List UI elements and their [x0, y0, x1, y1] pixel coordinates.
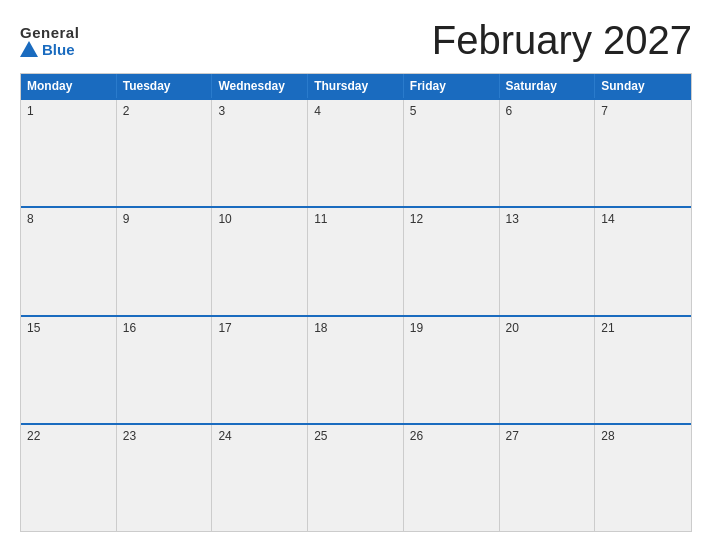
logo-blue-row: Blue: [20, 41, 75, 58]
day-20: 20: [500, 317, 596, 423]
week-4: 22 23 24 25 26 27 28: [21, 423, 691, 531]
day-9: 9: [117, 208, 213, 314]
day-4: 4: [308, 100, 404, 206]
day-3: 3: [212, 100, 308, 206]
logo-blue-text: Blue: [42, 41, 75, 58]
day-10: 10: [212, 208, 308, 314]
day-22: 22: [21, 425, 117, 531]
week-1: 1 2 3 4 5 6 7: [21, 98, 691, 206]
day-1: 1: [21, 100, 117, 206]
calendar-header: Monday Tuesday Wednesday Thursday Friday…: [21, 74, 691, 98]
day-23: 23: [117, 425, 213, 531]
day-26: 26: [404, 425, 500, 531]
logo: General Blue: [20, 24, 79, 58]
weekday-sunday: Sunday: [595, 74, 691, 98]
weekday-wednesday: Wednesday: [212, 74, 308, 98]
day-5: 5: [404, 100, 500, 206]
calendar-page: General Blue February 2027 Monday Tuesda…: [0, 0, 712, 550]
weekday-thursday: Thursday: [308, 74, 404, 98]
week-2: 8 9 10 11 12 13 14: [21, 206, 691, 314]
logo-general-text: General: [20, 24, 79, 41]
logo-triangle-icon: [20, 41, 38, 57]
day-21: 21: [595, 317, 691, 423]
day-17: 17: [212, 317, 308, 423]
day-2: 2: [117, 100, 213, 206]
day-27: 27: [500, 425, 596, 531]
day-8: 8: [21, 208, 117, 314]
weekday-saturday: Saturday: [500, 74, 596, 98]
day-7: 7: [595, 100, 691, 206]
weekday-friday: Friday: [404, 74, 500, 98]
calendar-body: 1 2 3 4 5 6 7 8 9 10 11 12 13 14 15 16: [21, 98, 691, 531]
day-24: 24: [212, 425, 308, 531]
day-14: 14: [595, 208, 691, 314]
day-28: 28: [595, 425, 691, 531]
weekday-monday: Monday: [21, 74, 117, 98]
day-19: 19: [404, 317, 500, 423]
day-12: 12: [404, 208, 500, 314]
week-3: 15 16 17 18 19 20 21: [21, 315, 691, 423]
day-15: 15: [21, 317, 117, 423]
day-6: 6: [500, 100, 596, 206]
weekday-tuesday: Tuesday: [117, 74, 213, 98]
calendar: Monday Tuesday Wednesday Thursday Friday…: [20, 73, 692, 532]
month-title: February 2027: [432, 18, 692, 63]
day-11: 11: [308, 208, 404, 314]
day-13: 13: [500, 208, 596, 314]
day-18: 18: [308, 317, 404, 423]
day-25: 25: [308, 425, 404, 531]
day-16: 16: [117, 317, 213, 423]
page-header: General Blue February 2027: [20, 18, 692, 63]
